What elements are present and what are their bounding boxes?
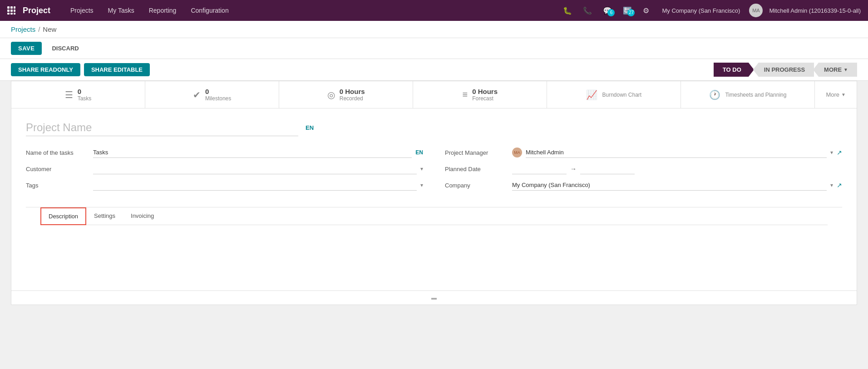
main-content: ☰ 0 Tasks ✔ 0 Milestones ◎ 0 Hours Recor… (0, 81, 868, 316)
manager-avatar: MA (512, 148, 522, 157)
burndown-label: Burndown Chart (602, 92, 641, 98)
activity-icon[interactable]: 🔄 27 (619, 6, 636, 15)
customer-field-row: Customer ▾ (26, 163, 423, 174)
tasks-count: 0 (78, 88, 92, 95)
svg-rect-0 (7, 6, 10, 9)
tasks-icon: ☰ (65, 89, 73, 100)
nav-configuration[interactable]: Configuration (185, 0, 234, 21)
milestones-icon: ✔ (193, 89, 201, 100)
tags-field-input[interactable] (93, 180, 417, 191)
breadcrumb-parent[interactable]: Projects (11, 25, 35, 33)
company-external-link[interactable]: ↗ (837, 182, 842, 189)
settings-icon[interactable]: ⚙ (639, 6, 653, 15)
tasks-field-label: Name of the tasks (26, 149, 89, 156)
status-todo-button[interactable]: TO DO (714, 63, 754, 77)
timesheets-label: Timesheets and Planning (725, 92, 786, 98)
date-range-arrow: → (570, 165, 577, 172)
stats-more-label: More (826, 91, 839, 98)
nav-projects[interactable]: Projects (65, 0, 99, 21)
nav-my-tasks[interactable]: My Tasks (103, 0, 140, 21)
tabs-nav: Description Settings Invoicing (40, 207, 828, 225)
status-more-label: MORE (824, 66, 842, 73)
stat-burndown[interactable]: 📈 Burndown Chart (547, 81, 681, 108)
svg-rect-3 (7, 10, 10, 12)
stats-more-button[interactable]: More ▼ (815, 81, 857, 108)
share-readonly-button[interactable]: SHARE READONLY (11, 63, 80, 76)
tab-settings[interactable]: Settings (86, 207, 123, 225)
svg-rect-4 (10, 10, 13, 12)
tasks-label: Tasks (78, 95, 92, 102)
tasks-field-input[interactable] (93, 147, 412, 158)
action-bar: SAVE DISCARD (0, 38, 868, 59)
breadcrumb-separator: / (38, 25, 40, 33)
svg-rect-2 (14, 6, 15, 9)
stat-milestones[interactable]: ✔ 0 Milestones (145, 81, 279, 108)
user-name: Mitchell Admin (12016339-15-0-all) (769, 7, 861, 14)
tab-description[interactable]: Description (40, 207, 86, 225)
status-in-progress-button[interactable]: IN PROGRESS (753, 63, 814, 77)
tags-dropdown-arrow: ▾ (420, 182, 423, 188)
milestones-count: 0 (205, 88, 231, 95)
manager-field-label: Project Manager (445, 149, 508, 156)
tags-field-value: ▾ (93, 180, 423, 191)
tab-content-description (40, 225, 828, 280)
stat-hours-forecast[interactable]: ≡ 0 Hours Forecast (413, 81, 547, 108)
hours-forecast-icon: ≡ (463, 89, 468, 100)
manager-field-input[interactable] (526, 147, 827, 158)
chat-badge: 6 (607, 9, 615, 16)
share-status-bar: SHARE READONLY SHARE EDITABLE TO DO IN P… (0, 59, 868, 81)
discard-button[interactable]: DISCARD (45, 42, 85, 55)
tasks-lang-badge[interactable]: EN (415, 149, 423, 156)
company-name: My Company (San Francisco) (662, 7, 740, 14)
stat-timesheets[interactable]: 🕐 Timesheets and Planning (681, 81, 815, 108)
hours-recorded-icon: ◎ (327, 89, 335, 100)
save-button[interactable]: SAVE (11, 42, 42, 55)
scroll-handle: ▬ (431, 295, 437, 301)
nav-reporting[interactable]: Reporting (143, 0, 182, 21)
breadcrumb-current: New (43, 25, 56, 33)
stat-tasks[interactable]: ☰ 0 Tasks (11, 81, 145, 108)
bug-icon[interactable]: 🐛 (559, 6, 576, 15)
svg-rect-8 (14, 13, 15, 15)
form-fields: Name of the tasks EN Customer ▾ (26, 147, 842, 196)
project-card: ☰ 0 Tasks ✔ 0 Milestones ◎ 0 Hours Recor… (11, 81, 857, 305)
customer-field-input[interactable] (93, 163, 417, 174)
tabs-container: Description Settings Invoicing (26, 207, 842, 280)
tags-field-row: Tags ▾ (26, 180, 423, 191)
stats-bar: ☰ 0 Tasks ✔ 0 Milestones ◎ 0 Hours Recor… (11, 81, 857, 108)
hours-forecast-label: Forecast (472, 95, 498, 102)
stat-hours-recorded[interactable]: ◎ 0 Hours Recorded (279, 81, 413, 108)
company-field-row: Company ▾ ↗ (445, 180, 842, 191)
burndown-icon: 📈 (586, 89, 597, 100)
project-name-input[interactable] (26, 119, 298, 136)
company-field-label: Company (445, 182, 508, 189)
hours-recorded-count: 0 Hours (340, 88, 365, 95)
phone-icon[interactable]: 📞 (579, 6, 596, 15)
manager-external-link[interactable]: ↗ (837, 149, 842, 156)
planned-date-start-input[interactable] (512, 163, 567, 174)
scroll-indicator: ▬ (11, 290, 857, 305)
share-editable-button[interactable]: SHARE EDITABLE (84, 63, 150, 76)
project-name-lang-badge[interactable]: EN (306, 124, 314, 131)
tab-invoicing[interactable]: Invoicing (123, 207, 162, 225)
company-field-input[interactable] (512, 180, 827, 191)
top-navigation: Project Projects My Tasks Reporting Conf… (0, 0, 868, 21)
svg-rect-1 (10, 6, 13, 9)
form-area: EN Name of the tasks EN Customer (11, 108, 857, 290)
project-name-row: EN (26, 119, 842, 136)
tags-field-label: Tags (26, 182, 89, 189)
app-grid-icon[interactable] (7, 6, 15, 15)
company-field-value: ▾ ↗ (512, 180, 842, 191)
status-more-button[interactable]: MORE ▼ (813, 63, 857, 77)
svg-rect-7 (10, 13, 13, 15)
stats-more-chevron: ▼ (841, 92, 846, 97)
status-todo-label: TO DO (723, 66, 741, 73)
planned-date-end-input[interactable] (580, 163, 635, 174)
timesheets-icon: 🕐 (709, 89, 720, 100)
customer-field-label: Customer (26, 166, 89, 172)
app-title: Project (23, 6, 50, 15)
hours-forecast-count: 0 Hours (472, 88, 498, 95)
chat-icon[interactable]: 💬 6 (599, 6, 616, 15)
svg-rect-6 (7, 13, 10, 15)
tasks-field-value: EN (93, 147, 423, 158)
